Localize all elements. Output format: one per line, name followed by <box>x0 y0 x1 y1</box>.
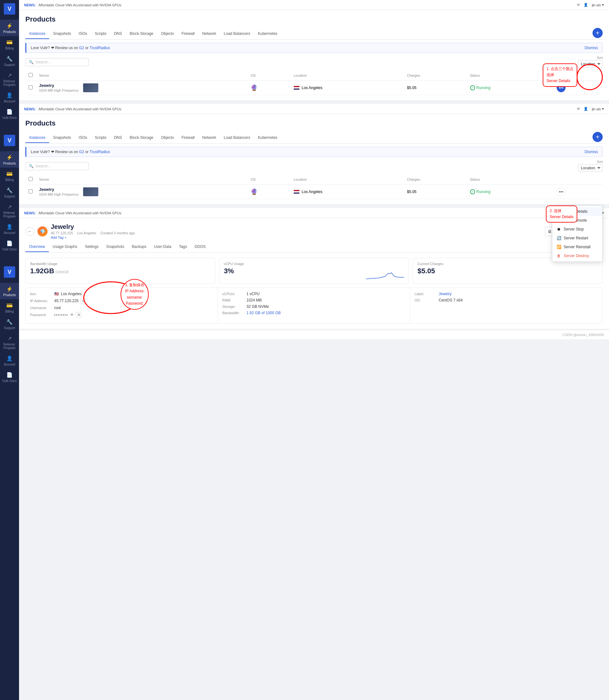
detail-tab-overview[interactable]: Overview <box>25 242 49 252</box>
tab-snapshots-2[interactable]: Snapshots <box>49 133 75 143</box>
menu-item-server-destroy[interactable]: 🗑 Server Destroy <box>552 251 602 260</box>
sidebar-item-referral-3[interactable]: ↗ ReferralProgram <box>0 332 19 352</box>
select-all-2[interactable] <box>29 177 33 181</box>
menu-label-view-console: View Console <box>564 218 587 222</box>
copy-ip-btn[interactable]: ⧉ <box>81 298 86 304</box>
tab-firewall-2[interactable]: Firewall <box>178 133 198 143</box>
email-icon-1[interactable]: ✉ <box>577 3 580 7</box>
tab-isos-2[interactable]: ISOs <box>75 133 91 143</box>
app-logo-3[interactable]: V <box>4 266 15 278</box>
tab-loadbalancers-1[interactable]: Load Balancers <box>220 29 254 39</box>
sort-select-1[interactable]: Location Name Status Charges <box>578 60 603 68</box>
tab-scripts-2[interactable]: Scripts <box>91 133 110 143</box>
user-icon-1[interactable]: 👤 <box>584 3 588 7</box>
copy-password-btn[interactable]: ⧉ <box>76 312 82 318</box>
menu-item-server-details[interactable]: 🖥 Server Details <box>552 207 602 216</box>
label-row: Label: Jewelry <box>415 292 598 296</box>
detail-tab-snapshots[interactable]: Snapshots <box>102 242 128 252</box>
sidebar-item-support-3[interactable]: 🔧 Support <box>0 316 19 332</box>
user-icon-2[interactable]: 👤 <box>584 107 588 111</box>
password-row: Password: •••••••• 👁 ⧉ <box>30 312 213 318</box>
tab-loadbalancers-2[interactable]: Load Balancers <box>220 133 254 143</box>
top-bar-right-1: ✉ 👤 jin xin ▾ <box>577 3 604 7</box>
dismiss-btn-1[interactable]: Dismiss <box>585 46 598 50</box>
sidebar-item-billing-2[interactable]: 💳 Billing <box>0 168 19 184</box>
tab-kubernetes-1[interactable]: Kubernetes <box>254 29 281 39</box>
billing-icon-3: 💳 <box>6 302 13 309</box>
tab-scripts-1[interactable]: Scripts <box>91 29 110 39</box>
tab-instances-1[interactable]: Instances <box>25 29 49 39</box>
sidebar-item-billing-1[interactable]: 💳 Billing <box>0 36 19 53</box>
row-checkbox-1[interactable] <box>29 85 33 89</box>
menu-item-view-console[interactable]: 🖥 View Console <box>552 216 602 225</box>
tab-blockstorage-2[interactable]: Block Storage <box>126 133 157 143</box>
review-link-g2-1[interactable]: G2 <box>79 46 84 50</box>
detail-tab-tags[interactable]: Tags <box>175 242 191 252</box>
app-logo-2[interactable]: V <box>4 135 15 146</box>
tab-firewall-1[interactable]: Firewall <box>178 29 198 39</box>
row-checkbox-2[interactable] <box>29 189 33 193</box>
location-name-1: Los Angeles <box>302 86 322 90</box>
menu-label-server-destroy: Server Destroy <box>564 254 589 258</box>
search-box-1[interactable]: 🔍 Search... <box>25 58 89 66</box>
location-flag-icon: 🇺🇸 <box>54 292 59 296</box>
detail-tab-settings[interactable]: Settings <box>81 242 102 252</box>
sidebar-item-products-1[interactable]: ⚡ Products <box>0 20 19 36</box>
detail-tab-userdata[interactable]: User-Data <box>150 242 175 252</box>
tab-isos-1[interactable]: ISOs <box>75 29 91 39</box>
sidebar-item-docs-1[interactable]: 📄 Vultr Docs <box>0 106 19 122</box>
sidebar-item-products-3[interactable]: ⚡ Products <box>0 283 19 299</box>
detail-tab-usage[interactable]: Usage Graphs <box>49 242 81 252</box>
review-link-g2-2[interactable]: G2 <box>79 150 84 154</box>
user-name-1[interactable]: jin xin ▾ <box>592 3 604 7</box>
sidebar-item-referral-2[interactable]: ↗ ReferralProgram <box>0 201 19 221</box>
sidebar-item-support-1[interactable]: 🔧 Support <box>0 53 19 69</box>
tab-network-1[interactable]: Network <box>198 29 220 39</box>
tab-objects-1[interactable]: Objects <box>157 29 178 39</box>
sidebar-item-products-2[interactable]: ⚡ Products <box>0 151 19 168</box>
tab-kubernetes-2[interactable]: Kubernetes <box>254 133 281 143</box>
add-tag-btn[interactable]: Add Tag + <box>51 236 67 239</box>
action-dots-btn-1[interactable]: ••• <box>557 83 566 92</box>
tab-snapshots-1[interactable]: Snapshots <box>49 29 75 39</box>
back-button[interactable]: ← <box>25 227 34 236</box>
tab-dns-2[interactable]: DNS <box>110 133 126 143</box>
review-link-trust-2[interactable]: TrustRadius <box>89 150 110 154</box>
sidebar-item-support-2[interactable]: 🔧 Support <box>0 184 19 201</box>
tab-objects-2[interactable]: Objects <box>157 133 178 143</box>
add-instance-btn-1[interactable]: + <box>592 28 603 38</box>
instance-table-2: Server OS Location Charges Status <box>25 174 603 199</box>
status-text-1: Running <box>476 86 491 90</box>
add-instance-btn-2[interactable]: + <box>592 132 603 142</box>
email-icon-2[interactable]: ✉ <box>577 107 580 111</box>
sidebar-item-billing-3[interactable]: 💳 Billing <box>0 299 19 316</box>
menu-item-server-stop[interactable]: ⏹ Server Stop <box>552 225 602 234</box>
show-password-btn[interactable]: 👁 <box>70 312 74 317</box>
detail-tab-backups[interactable]: Backups <box>128 242 150 252</box>
server-plan-1: 1024 MB High Frequency <box>39 88 79 92</box>
tab-network-2[interactable]: Network <box>198 133 220 143</box>
sidebar: V ⚡ Products 💳 Billing 🔧 Support ↗ Refer… <box>0 0 19 700</box>
sidebar-item-account-2[interactable]: 👤 Account <box>0 221 19 237</box>
docs-icon-3: 📄 <box>6 371 13 378</box>
detail-tab-ddos[interactable]: DDOS <box>191 242 210 252</box>
search-box-2[interactable]: 🔍 Search... <box>25 162 89 170</box>
app-logo[interactable]: V <box>4 3 15 15</box>
sidebar-item-docs-2[interactable]: 📄 Vultr Docs <box>0 237 19 254</box>
user-name-2[interactable]: jin xin ▾ <box>592 107 604 111</box>
sidebar-item-account-3[interactable]: 👤 Account <box>0 352 19 369</box>
sidebar-item-referral-1[interactable]: ↗ ReferralProgram <box>0 69 19 89</box>
server-reinstall-icon: 🔁 <box>557 245 561 249</box>
select-all-1[interactable] <box>29 73 33 77</box>
menu-item-server-reinstall[interactable]: 🔁 Server Reinstall <box>552 243 602 251</box>
tab-instances-2[interactable]: Instances <box>25 133 49 143</box>
action-dots-btn-2[interactable]: ••• <box>557 187 566 196</box>
dismiss-btn-2[interactable]: Dismiss <box>585 150 598 154</box>
menu-item-server-restart[interactable]: 🔄 Server Restart <box>552 234 602 243</box>
sidebar-item-account-1[interactable]: 👤 Account <box>0 89 19 106</box>
review-link-trust-1[interactable]: TrustRadius <box>89 46 110 50</box>
sort-select-2[interactable]: Location Name Status Charges <box>578 164 603 172</box>
tab-dns-1[interactable]: DNS <box>110 29 126 39</box>
sidebar-item-docs-3[interactable]: 📄 Vultr Docs <box>0 369 19 385</box>
tab-blockstorage-1[interactable]: Block Storage <box>126 29 157 39</box>
